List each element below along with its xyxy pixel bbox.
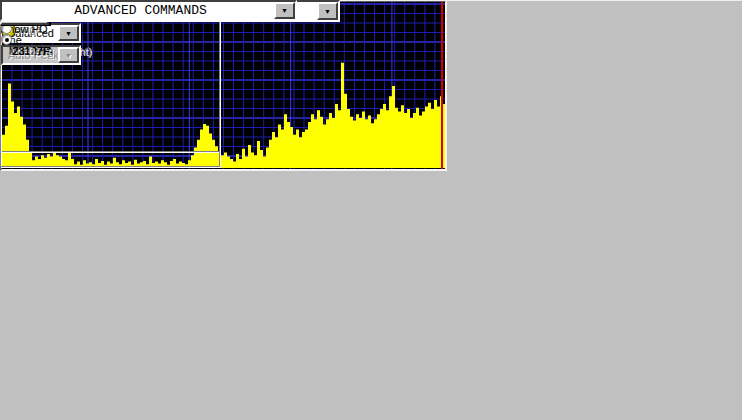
app-window: 1280 960 640 320 8x 6x 4x 2x 1280 960 64… [0,0,742,420]
po-vertical-radio[interactable] [1,34,12,45]
po-group-box: PO (8ECC) Show Jitter Instant Average Sh… [0,0,220,167]
advanced-commands-value: ADVANCED COMMANDS [2,2,274,19]
jitteravg-value: 0 [1,45,61,57]
advanced-dropdown-button[interactable]: ▼ [274,2,295,19]
chevron-down-glyph: ▼ [65,52,72,59]
drive-dropdown-button[interactable]: ▼ [317,2,338,20]
chevron-down-icon: ▼ [324,8,331,15]
chevron-down-icon: ▼ [281,7,288,14]
advanced-commands-select[interactable]: ADVANCED COMMANDS ▼ [0,0,297,21]
chevron-down-icon: ▼ [58,47,79,63]
